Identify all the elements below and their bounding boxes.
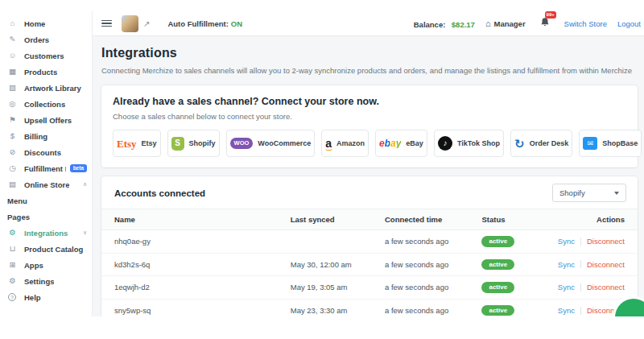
channel-label: Etsy — [142, 139, 157, 147]
sidebar-item-customers[interactable]: ☺ Customers — [0, 48, 92, 64]
sidebar-item-upsell-offers[interactable]: ⚑ Upsell Offers — [0, 112, 92, 128]
customers-icon: ☺ — [7, 52, 18, 60]
channel-label: WooCommerce — [258, 139, 311, 147]
status-badge: active — [481, 282, 514, 293]
sidebar-item-label: Pages — [7, 213, 30, 221]
sidebar-item-billing[interactable]: $ Billing — [0, 128, 92, 144]
switch-store-button[interactable]: Switch Store — [564, 19, 607, 28]
balance-value: $82.17 — [452, 20, 475, 29]
page-title: Integrations — [101, 46, 638, 60]
column-header-connected-time: Connected time — [385, 215, 481, 224]
status-badge: active — [481, 259, 514, 271]
sidebar-item-integrations[interactable]: ⚙ Integrations ∨ — [0, 225, 92, 241]
connect-store-card: Already have a sales channel? Connect yo… — [101, 85, 638, 167]
manager-menu[interactable]: ⌂ Manager — [485, 19, 526, 28]
disconnect-button[interactable]: Disconnect — [587, 283, 625, 291]
topbar-right: Balance: $82.17 ⌂ Manager 99+ Switch Sto… — [414, 16, 641, 31]
notifications-button[interactable]: 99+ — [539, 16, 551, 31]
chevron-down-icon — [614, 192, 619, 195]
channel-tiktok-shop[interactable]: ♪ TikTok Shop — [434, 130, 504, 157]
product-catalog-icon: ⊔ — [7, 245, 18, 253]
sync-button[interactable]: Sync — [558, 237, 575, 246]
sidebar-item-artwork-library[interactable]: ▨ Artwork Library — [0, 80, 92, 96]
connect-card-subtitle: Choose a sales channel below to connect … — [113, 112, 626, 121]
fulfillment-health-icon: ◷ — [7, 164, 18, 172]
status-cell: active — [481, 305, 530, 316]
channel-label: Order Desk — [530, 139, 569, 147]
account-name-cell: 1eqwjh-d2 — [114, 283, 291, 291]
sidebar-item-settings[interactable]: ⚙ Settings — [0, 273, 92, 289]
last-synced-cell: May 30, 12:00 am — [291, 260, 385, 269]
help-icon: ? — [8, 293, 16, 301]
action-separator — [580, 307, 581, 315]
sync-button[interactable]: Sync — [558, 283, 575, 291]
channel-order-desk[interactable]: ↻ Order Desk — [510, 130, 572, 157]
sidebar-item-label: Home — [24, 19, 45, 28]
hamburger-menu-icon[interactable] — [101, 20, 112, 27]
sync-button[interactable]: Sync — [558, 260, 575, 269]
channel-shopbase[interactable]: ✉ ShopBase — [579, 130, 642, 157]
billing-icon: $ — [7, 132, 18, 140]
disconnect-button[interactable]: Disconnect — [587, 237, 625, 246]
sidebar-item-label: Help — [24, 293, 41, 302]
connect-card-title: Already have a sales channel? Connect yo… — [113, 96, 626, 107]
auto-fulfillment-status: ON — [231, 19, 242, 28]
last-synced-cell: May 23, 3:30 am — [291, 306, 385, 315]
discounts-icon: ⊘ — [7, 148, 18, 156]
sidebar-item-collections[interactable]: ◎ Collections — [0, 96, 92, 112]
sidebar-item-help[interactable]: ? Help — [0, 289, 92, 305]
settings-icon: ⚙ — [7, 277, 18, 285]
logout-button[interactable]: Logout — [617, 19, 641, 28]
collections-icon: ◎ — [7, 100, 18, 108]
account-name-cell: kd3h2s-6q — [114, 260, 291, 269]
accounts-connected-card: Accounts connected Shopify Name Last syn… — [101, 176, 638, 316]
channel-amazon[interactable]: a Amazon — [321, 130, 369, 157]
channel-label: Shopify — [189, 139, 216, 147]
channel-ebay[interactable]: ebay eBay — [375, 130, 427, 157]
sidebar-item-menu[interactable]: Menu — [0, 192, 92, 209]
sidebar-item-fulfillment-health[interactable]: ◷ Fulfillment Health beta — [0, 160, 92, 176]
channel-filter-select[interactable]: Shopify — [552, 184, 626, 202]
status-badge: active — [481, 305, 514, 316]
channel-woocommerce[interactable]: WOO WooCommerce — [226, 130, 316, 157]
action-separator — [580, 238, 581, 246]
artwork-library-icon: ▨ — [7, 84, 18, 92]
sidebar-item-discounts[interactable]: ⊘ Discounts — [0, 144, 92, 160]
tiktok-logo: ♪ — [438, 136, 452, 151]
actions-cell: Sync Disconnect — [530, 306, 625, 315]
disconnect-button[interactable]: Disconnect — [587, 260, 625, 269]
connected-time-cell: a few seconds ago — [385, 283, 481, 291]
main-content: Integrations Connecting Merchize to sale… — [93, 36, 644, 316]
amazon-logo: a — [325, 138, 332, 149]
sidebar-item-label: Billing — [24, 132, 47, 141]
channel-filter-value: Shopify — [559, 188, 614, 197]
sidebar-item-product-catalog[interactable]: ⊔ Product Catalog — [0, 241, 92, 257]
channel-etsy[interactable]: Etsy Etsy — [113, 130, 161, 157]
action-separator — [580, 283, 581, 291]
topbar: ↗ Auto Fulfillment: ON Balance: $82.17 ⌂… — [93, 11, 644, 36]
sidebar-item-online-store[interactable]: ▤ Online Store ∧ — [0, 176, 92, 192]
app-window: ⌂ Home ✎ Orders ☺ Customers ▦ Product — [0, 11, 644, 316]
sidebar-item-products[interactable]: ▦ Products — [0, 64, 92, 80]
auto-fulfillment-label: Auto Fulfillment: — [167, 19, 228, 28]
sidebar-item-home[interactable]: ⌂ Home — [0, 15, 92, 31]
sidebar-item-pages[interactable]: Pages — [0, 209, 92, 225]
status-cell: active — [481, 259, 530, 271]
connected-time-cell: a few seconds ago — [385, 237, 481, 246]
orders-icon: ✎ — [7, 35, 18, 43]
external-link-icon[interactable]: ↗ — [143, 19, 150, 28]
sidebar-item-apps[interactable]: ⊞ Apps — [0, 257, 92, 273]
store-avatar[interactable] — [122, 15, 138, 32]
status-cell: active — [481, 236, 530, 247]
sidebar-item-orders[interactable]: ✎ Orders — [0, 31, 92, 48]
channel-label: eBay — [406, 139, 423, 147]
sync-button[interactable]: Sync — [558, 306, 575, 315]
channel-shopify[interactable]: S Shopify — [167, 130, 220, 157]
sidebar-item-label: Orders — [24, 35, 49, 44]
apps-icon: ⊞ — [7, 261, 18, 269]
page-description: Connecting Merchize to sales channels wi… — [101, 66, 638, 75]
channel-label: TikTok Shop — [457, 139, 500, 147]
beta-badge: beta — [70, 164, 87, 172]
woocommerce-logo: WOO — [230, 138, 254, 149]
screenshot-stage: ⌂ Home ✎ Orders ☺ Customers ▦ Product — [0, 0, 644, 339]
